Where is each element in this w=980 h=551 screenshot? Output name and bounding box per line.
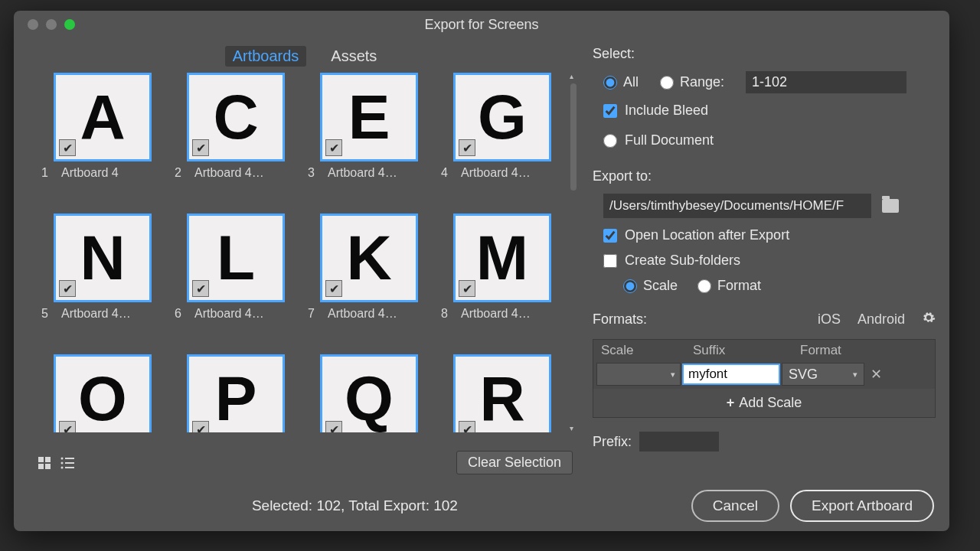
- artboard-checkbox[interactable]: ✔: [59, 139, 76, 156]
- artboard-thumbnail[interactable]: E ✔ 3 Artboard 4…: [303, 73, 435, 209]
- artboard-index: 6: [175, 307, 184, 321]
- format-dropdown[interactable]: SVG▾: [782, 363, 864, 386]
- format-row: ▾ SVG▾ ✕: [593, 361, 935, 389]
- export-to-heading: Export to:: [593, 168, 936, 184]
- select-heading: Select:: [593, 46, 936, 62]
- radio-subfolder-scale[interactable]: Scale: [623, 278, 678, 294]
- artboard-thumbnail[interactable]: C ✔ 2 Artboard 4…: [170, 73, 302, 209]
- prefix-input[interactable]: [639, 432, 719, 452]
- svg-rect-1: [45, 457, 51, 462]
- artboard-thumbnail[interactable]: Q ✔ 11 Artboard 4…: [303, 354, 435, 432]
- scroll-down-icon[interactable]: ▾: [570, 425, 573, 432]
- artboard-checkbox[interactable]: ✔: [459, 421, 475, 432]
- gear-icon[interactable]: [922, 311, 936, 328]
- artboard-index: 2: [175, 166, 184, 180]
- scale-dropdown[interactable]: ▾: [596, 363, 681, 386]
- android-preset-button[interactable]: Android: [858, 311, 905, 328]
- artboard-index: 5: [41, 307, 51, 321]
- svg-rect-7: [65, 462, 74, 464]
- export-for-screens-dialog: Export for Screens Artboards Assets A ✔ …: [14, 11, 949, 531]
- artboard-name: Artboard 4: [61, 166, 119, 180]
- svg-point-8: [61, 466, 64, 468]
- radio-full-document[interactable]: Full Document: [593, 132, 936, 148]
- col-format: Format: [800, 343, 892, 358]
- folder-icon[interactable]: [882, 199, 899, 213]
- artboard-thumbnail[interactable]: R ✔ 12 Artboard 4…: [436, 354, 568, 432]
- remove-format-button[interactable]: ✕: [866, 366, 887, 383]
- artboard-thumbnail[interactable]: K ✔ 7 Artboard 4…: [303, 214, 435, 350]
- include-bleed-checkbox[interactable]: Include Bleed: [593, 103, 936, 119]
- clear-selection-button[interactable]: Clear Selection: [456, 451, 573, 474]
- col-suffix: Suffix: [693, 343, 800, 358]
- artboard-glyph: A: [80, 81, 125, 153]
- window-title: Export for Screens: [14, 17, 949, 33]
- create-subfolders-checkbox[interactable]: Create Sub-folders: [593, 253, 936, 269]
- artboard-checkbox[interactable]: ✔: [59, 280, 76, 297]
- add-scale-button[interactable]: +Add Scale: [593, 389, 935, 417]
- artboard-checkbox[interactable]: ✔: [59, 421, 76, 432]
- svg-rect-5: [65, 458, 74, 459]
- tab-artboards[interactable]: Artboards: [225, 46, 307, 67]
- titlebar: Export for Screens: [14, 11, 949, 38]
- artboard-glyph: P: [215, 363, 257, 432]
- radio-all[interactable]: All: [603, 74, 639, 90]
- artboard-glyph: E: [348, 81, 390, 153]
- artboard-index: 3: [308, 166, 317, 180]
- artboard-glyph: Q: [345, 363, 394, 432]
- artboard-thumbnail[interactable]: O ✔ 9 Artboard 4…: [37, 354, 168, 432]
- artboard-thumbnail[interactable]: N ✔ 5 Artboard 4…: [37, 214, 168, 350]
- artboard-checkbox[interactable]: ✔: [325, 421, 342, 432]
- svg-point-6: [61, 461, 64, 464]
- tab-assets[interactable]: Assets: [323, 46, 384, 67]
- open-location-checkbox[interactable]: Open Location after Export: [593, 227, 936, 243]
- artboard-checkbox[interactable]: ✔: [192, 139, 209, 156]
- col-scale: Scale: [601, 343, 693, 358]
- artboard-index: 4: [441, 166, 450, 180]
- artboard-name: Artboard 4…: [461, 166, 531, 180]
- artboard-index: 7: [308, 307, 317, 321]
- artboard-thumbnail[interactable]: A ✔ 1 Artboard 4: [37, 73, 168, 209]
- artboard-glyph: C: [213, 81, 258, 153]
- ios-preset-button[interactable]: iOS: [818, 311, 841, 328]
- svg-rect-2: [38, 464, 44, 469]
- suffix-input[interactable]: [682, 364, 780, 385]
- artboard-glyph: O: [78, 363, 127, 432]
- artboard-name: Artboard 4…: [194, 307, 264, 321]
- artboard-thumbnail[interactable]: M ✔ 8 Artboard 4…: [436, 214, 568, 350]
- artboard-name: Artboard 4…: [61, 307, 131, 321]
- export-path-input[interactable]: [603, 194, 871, 218]
- radio-range[interactable]: Range:: [660, 74, 724, 90]
- artboard-index: 1: [41, 166, 51, 180]
- scrollbar[interactable]: ▴ ▾: [570, 73, 577, 432]
- artboard-checkbox[interactable]: ✔: [325, 139, 342, 156]
- artboard-thumbnail[interactable]: P ✔ 10 Artboard 4…: [170, 354, 302, 432]
- cancel-button[interactable]: Cancel: [691, 490, 779, 522]
- scroll-up-icon[interactable]: ▴: [570, 73, 577, 80]
- export-artboard-button[interactable]: Export Artboard: [790, 490, 934, 522]
- artboard-checkbox[interactable]: ✔: [192, 280, 209, 297]
- artboard-checkbox[interactable]: ✔: [192, 421, 209, 432]
- grid-view-icon[interactable]: [37, 455, 52, 471]
- status-text: Selected: 102, Total Export: 102: [29, 497, 681, 514]
- artboard-checkbox[interactable]: ✔: [325, 280, 342, 297]
- artboard-glyph: K: [346, 222, 391, 294]
- prefix-label: Prefix:: [593, 434, 632, 450]
- artboard-thumbnail[interactable]: G ✔ 4 Artboard 4…: [436, 73, 568, 209]
- artboard-checkbox[interactable]: ✔: [459, 139, 475, 156]
- artboard-name: Artboard 4…: [194, 166, 264, 180]
- artboard-name: Artboard 4…: [328, 307, 397, 321]
- list-view-icon[interactable]: [60, 455, 75, 471]
- artboard-name: Artboard 4…: [328, 166, 397, 180]
- chevron-down-icon: ▾: [671, 370, 675, 380]
- artboard-glyph: N: [80, 222, 125, 294]
- artboard-checkbox[interactable]: ✔: [459, 280, 475, 297]
- svg-rect-3: [45, 464, 51, 469]
- artboard-grid: A ✔ 1 Artboard 4 C ✔ 2 Artboard 4… E ✔ 3…: [37, 73, 573, 432]
- range-input[interactable]: [746, 71, 906, 93]
- artboard-name: Artboard 4…: [461, 307, 531, 321]
- chevron-down-icon: ▾: [853, 370, 858, 380]
- radio-subfolder-format[interactable]: Format: [697, 278, 761, 294]
- artboard-glyph: R: [479, 363, 524, 432]
- artboard-thumbnail[interactable]: L ✔ 6 Artboard 4…: [170, 214, 302, 350]
- scroll-thumb[interactable]: [570, 83, 577, 191]
